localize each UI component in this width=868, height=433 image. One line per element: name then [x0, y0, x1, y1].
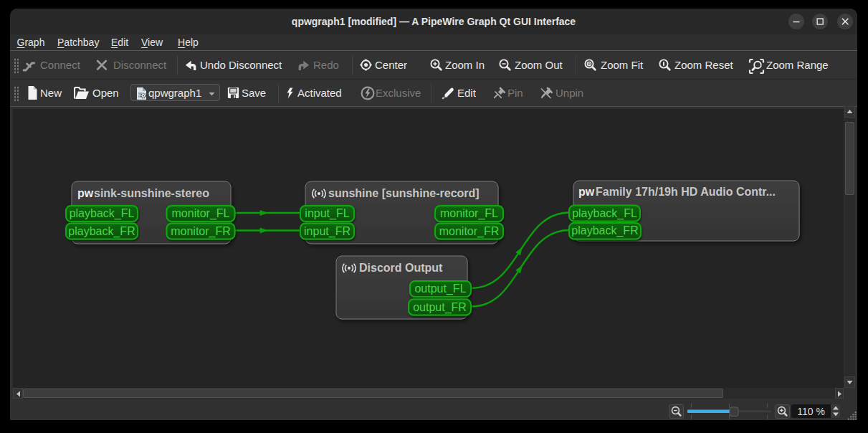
svg-text:input_FR: input_FR — [304, 225, 350, 238]
svg-text:Family 17h/19h HD Audio Contr.: Family 17h/19h HD Audio Contr... — [596, 186, 776, 198]
svg-text:output_FL: output_FL — [414, 282, 466, 295]
svg-text:input_FL: input_FL — [305, 207, 349, 220]
svg-text:monitor_FL: monitor_FL — [440, 207, 498, 220]
svg-text:sunshine [sunshine-record]: sunshine [sunshine-record] — [328, 187, 480, 199]
svg-text:pw: pw — [77, 187, 94, 199]
svg-text:playback_FR: playback_FR — [68, 225, 135, 238]
svg-text:sink-sunshine-stereo: sink-sunshine-stereo — [94, 187, 209, 199]
svg-text:monitor_FL: monitor_FL — [172, 207, 230, 220]
svg-text:playback_FL: playback_FL — [572, 207, 637, 220]
svg-text:Discord Output: Discord Output — [359, 262, 443, 274]
svg-text:output_FR: output_FR — [413, 301, 467, 314]
svg-text:playback_FL: playback_FL — [70, 207, 135, 220]
svg-text:pw: pw — [578, 186, 595, 198]
svg-text:playback_FR: playback_FR — [571, 224, 638, 237]
svg-text:monitor_FR: monitor_FR — [439, 225, 500, 238]
svg-text:monitor_FR: monitor_FR — [171, 225, 231, 238]
